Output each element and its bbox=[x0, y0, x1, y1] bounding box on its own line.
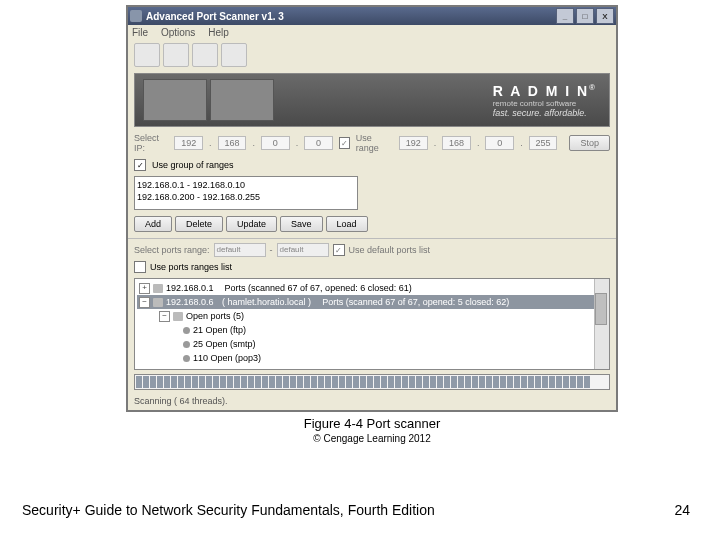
book-title: Security+ Guide to Network Security Fund… bbox=[22, 502, 435, 518]
ip2-oct2[interactable]: 168 bbox=[442, 136, 471, 150]
row2-stats: Ports (scanned 67 of 67, opened: 5 close… bbox=[322, 295, 509, 309]
select-ip-label: Select IP: bbox=[134, 133, 168, 153]
port-dot-icon bbox=[183, 327, 190, 334]
app-window: Advanced Port Scanner v1. 3 _ □ X File O… bbox=[126, 5, 618, 412]
tree-row-2[interactable]: − 192.168.0.6 ( hamlet.horatio.local ) P… bbox=[137, 295, 607, 309]
update-button[interactable]: Update bbox=[226, 216, 277, 232]
stop-button[interactable]: Stop bbox=[569, 135, 610, 151]
open-ports-header[interactable]: − Open ports (5) bbox=[157, 309, 607, 323]
ports-label: Select ports range: bbox=[134, 245, 210, 255]
computer-icon bbox=[153, 284, 163, 293]
copyright: © Cengage Learning 2012 bbox=[126, 433, 618, 444]
menu-file[interactable]: File bbox=[132, 27, 148, 38]
save-button[interactable]: Save bbox=[280, 216, 323, 232]
close-button[interactable]: X bbox=[596, 8, 614, 24]
ip2-oct3[interactable]: 0 bbox=[485, 136, 514, 150]
range-btn-row: Add Delete Update Save Load bbox=[128, 212, 616, 236]
banner-brand: R A D M I N bbox=[493, 83, 589, 99]
add-button[interactable]: Add bbox=[134, 216, 172, 232]
ranges-listbox[interactable]: 192.168.0.1 - 192.168.0.10 192.168.0.200… bbox=[134, 176, 358, 210]
use-range-label: Use range bbox=[356, 133, 393, 153]
menu-help[interactable]: Help bbox=[208, 27, 229, 38]
row1-stats: Ports (scanned 67 of 67, opened: 6 close… bbox=[225, 281, 412, 295]
collapse-icon[interactable]: − bbox=[159, 311, 170, 322]
port-from[interactable]: default bbox=[214, 243, 266, 257]
row1-ip: 192.168.0.1 bbox=[166, 281, 214, 295]
results-tree[interactable]: + 192.168.0.1 Ports (scanned 67 of 67, o… bbox=[134, 278, 610, 370]
minimize-button[interactable]: _ bbox=[556, 8, 574, 24]
tree-row-1[interactable]: + 192.168.0.1 Ports (scanned 67 of 67, o… bbox=[137, 281, 607, 295]
menu-bar: File Options Help bbox=[128, 25, 616, 40]
ip2-oct4[interactable]: 255 bbox=[529, 136, 558, 150]
port-row-110[interactable]: 110 Open (pop3) bbox=[181, 351, 607, 365]
use-group-checkbox[interactable] bbox=[134, 159, 146, 171]
load-button[interactable]: Load bbox=[326, 216, 368, 232]
ip2-oct1[interactable]: 192 bbox=[399, 136, 428, 150]
port-dot-icon bbox=[183, 341, 190, 348]
banner-reg: ® bbox=[589, 83, 595, 92]
delete-button[interactable]: Delete bbox=[175, 216, 223, 232]
window-title: Advanced Port Scanner v1. 3 bbox=[146, 11, 284, 22]
page-number: 24 bbox=[674, 502, 690, 518]
computers-icon[interactable] bbox=[221, 43, 247, 67]
port-25: 25 Open (smtp) bbox=[193, 337, 256, 351]
use-default-ports-checkbox[interactable] bbox=[333, 244, 345, 256]
open-folder-icon[interactable] bbox=[134, 43, 160, 67]
figure-caption: Figure 4-4 Port scanner bbox=[126, 416, 618, 431]
use-default-ports-label: Use default ports list bbox=[349, 245, 431, 255]
menu-options[interactable]: Options bbox=[161, 27, 195, 38]
ip1-oct1[interactable]: 192 bbox=[174, 136, 203, 150]
banner-image-2 bbox=[210, 79, 274, 121]
port-dot-icon bbox=[183, 355, 190, 362]
scrollbar-thumb[interactable] bbox=[595, 293, 607, 325]
toolbar bbox=[128, 40, 616, 70]
ip-row: Select IP: 192. 168. 0. 0 Use range 192.… bbox=[128, 130, 616, 156]
row2-host: ( hamlet.horatio.local ) bbox=[222, 295, 311, 309]
port-21: 21 Open (ftp) bbox=[193, 323, 246, 337]
expand-icon[interactable]: + bbox=[139, 283, 150, 294]
use-ports-ranges-checkbox[interactable] bbox=[134, 261, 146, 273]
open-ports-label: Open ports (5) bbox=[186, 309, 244, 323]
ip1-oct3[interactable]: 0 bbox=[261, 136, 290, 150]
banner-image-1 bbox=[143, 79, 207, 121]
ip1-oct4[interactable]: 0 bbox=[304, 136, 333, 150]
use-group-label: Use group of ranges bbox=[152, 160, 234, 170]
ports-row: Select ports range: default - default Us… bbox=[128, 241, 616, 259]
port-row-21[interactable]: 21 Open (ftp) bbox=[181, 323, 607, 337]
ip1-oct2[interactable]: 168 bbox=[218, 136, 247, 150]
port-row-25[interactable]: 25 Open (smtp) bbox=[181, 337, 607, 351]
banner-subtitle: remote control software bbox=[493, 99, 595, 108]
port-110: 110 Open (pop3) bbox=[193, 351, 261, 365]
use-ports-ranges-label: Use ports ranges list bbox=[150, 262, 232, 272]
banner-tagline: fast. secure. affordable. bbox=[493, 108, 595, 118]
ad-banner[interactable]: R A D M I N® remote control software fas… bbox=[134, 73, 610, 127]
title-bar[interactable]: Advanced Port Scanner v1. 3 _ □ X bbox=[128, 7, 616, 25]
tree-scrollbar[interactable] bbox=[594, 279, 609, 369]
computer-icon bbox=[153, 298, 163, 307]
status-bar: Scanning ( 64 threads). bbox=[128, 394, 616, 410]
scan-icon[interactable] bbox=[163, 43, 189, 67]
maximize-button[interactable]: □ bbox=[576, 8, 594, 24]
row2-ip: 192.168.0.6 bbox=[166, 295, 214, 309]
app-icon bbox=[130, 10, 142, 22]
port-to[interactable]: default bbox=[277, 243, 329, 257]
network-icon[interactable] bbox=[192, 43, 218, 67]
range-line-2: 192.168.0.200 - 192.168.0.255 bbox=[137, 191, 355, 203]
folder-icon bbox=[173, 312, 183, 321]
collapse-icon[interactable]: − bbox=[139, 297, 150, 308]
use-range-checkbox[interactable] bbox=[339, 137, 350, 149]
progress-bar bbox=[134, 374, 610, 390]
range-line-1: 192.168.0.1 - 192.168.0.10 bbox=[137, 179, 355, 191]
